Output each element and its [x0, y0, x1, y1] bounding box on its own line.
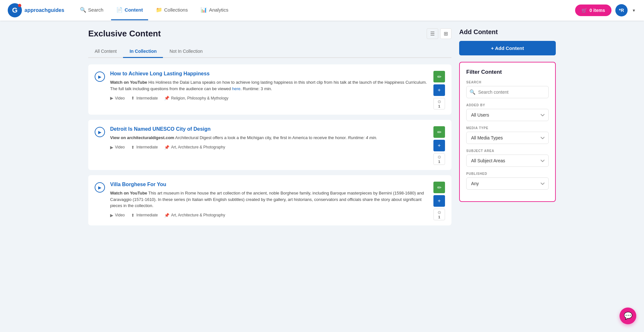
count-label: 1 — [438, 104, 440, 108]
meta-level: ⬆ Intermediate — [131, 96, 158, 100]
add-button[interactable]: + — [433, 140, 445, 151]
tab-not-in-collection[interactable]: Not In Collection — [163, 45, 209, 58]
meta-video: ▶ Video — [110, 96, 125, 100]
card-link[interactable]: here — [232, 86, 241, 91]
added-by-label: ADDED BY — [466, 103, 549, 107]
media-type-select[interactable]: All Media Types Video Article Audio — [466, 132, 549, 144]
subject-icon: 📌 — [164, 145, 169, 150]
brand-name: approachguides — [24, 7, 64, 13]
added-by-select[interactable]: All Users Just Me — [466, 109, 549, 121]
meta-video: ▶ Video — [110, 213, 125, 218]
count-label: 1 — [438, 160, 440, 164]
search-filter-label: SEARCH — [466, 81, 549, 84]
card-description: View on architecturaldigest.com Architec… — [110, 135, 428, 141]
view-toggles: ☰ ⊞ — [427, 28, 451, 39]
card-description: Watch on YouTube This art museum in Rome… — [110, 190, 428, 209]
card-actions: ✏ + ⊙ 1 — [433, 126, 445, 165]
search-input[interactable] — [466, 86, 549, 98]
tabs: All Content In Collection Not In Collect… — [88, 45, 451, 58]
content-card: ▶ Detroit Is Named UNESCO City of Design… — [88, 120, 451, 170]
count-label: 1 — [438, 215, 440, 219]
search-icon: 🔍 — [469, 89, 476, 95]
navbar: G approachguides 🔍 Search 📄 Content 📁 Co… — [0, 0, 644, 21]
nav-content[interactable]: 📄 Content — [111, 0, 148, 20]
content-area: Exclusive Content ☰ ⊞ All Content In Col… — [88, 28, 451, 231]
add-content-section-title: Add Content — [459, 28, 556, 36]
level-icon: ⬆ — [131, 96, 135, 100]
analytics-icon: 📊 — [201, 7, 207, 13]
edit-button[interactable]: ✏ — [433, 126, 445, 138]
list-view-button[interactable]: ☰ — [427, 28, 438, 39]
cart-icon: 🛒 — [582, 8, 587, 13]
collection-icon: ⊙ — [438, 155, 441, 159]
add-content-button[interactable]: + Add Content — [459, 41, 556, 55]
card-title[interactable]: How to Achieve Long Lasting Happiness — [110, 71, 428, 77]
card-meta: ▶ Video ⬆ Intermediate 📌 Art, Architectu… — [110, 145, 428, 150]
video-icon: ▶ — [110, 96, 113, 100]
cart-button[interactable]: 🛒 0 items — [575, 5, 611, 16]
subject-area-select[interactable]: All Subject Areas Art Science History — [466, 155, 549, 167]
meta-subject: 📌 Religion, Philosophy & Mythology — [164, 96, 228, 100]
video-icon: ▶ — [110, 145, 113, 150]
subject-icon: 📌 — [164, 213, 169, 218]
edit-button[interactable]: ✏ — [433, 71, 445, 82]
collection-count-button[interactable]: ⊙ 1 — [433, 153, 445, 165]
card-title[interactable]: Detroit Is Named UNESCO City of Design — [110, 126, 428, 132]
subject-area-select-wrap: All Subject Areas Art Science History — [466, 155, 549, 167]
media-type-select-wrap: All Media Types Video Article Audio — [466, 132, 549, 144]
add-button[interactable]: + — [433, 195, 445, 207]
grid-view-button[interactable]: ⊞ — [440, 28, 451, 39]
filter-title: Filter Content — [466, 69, 549, 75]
meta-level: ⬆ Intermediate — [131, 145, 158, 150]
edit-button[interactable]: ✏ — [433, 182, 445, 193]
collection-count-button[interactable]: ⊙ 1 — [433, 98, 445, 109]
card-actions: ✏ + ⊙ 1 — [433, 182, 445, 220]
level-icon: ⬆ — [131, 213, 135, 218]
meta-subject: 📌 Art, Architecture & Photography — [164, 145, 225, 150]
search-input-wrap: 🔍 — [466, 86, 549, 98]
main-layout: Exclusive Content ☰ ⊞ All Content In Col… — [80, 21, 564, 238]
search-icon: 🔍 — [80, 7, 86, 13]
collection-icon: ⊙ — [438, 210, 441, 215]
tab-all-content[interactable]: All Content — [88, 45, 123, 58]
collection-icon: ⊙ — [438, 99, 441, 104]
published-select[interactable]: Any Published Unpublished — [466, 177, 549, 190]
account-dropdown-button[interactable]: ▾ — [631, 6, 636, 14]
play-icon: ▶ — [95, 182, 105, 193]
content-card: ▶ Villa Borghese For You Watch on YouTub… — [88, 175, 451, 225]
play-icon: ▶ — [95, 71, 105, 82]
published-select-wrap: Any Published Unpublished — [466, 177, 549, 190]
subject-area-label: SUBJECT AREA — [466, 149, 549, 153]
media-type-label: MEDIA TYPE — [466, 126, 549, 130]
add-button[interactable]: + — [433, 84, 445, 96]
card-meta: ▶ Video ⬆ Intermediate 📌 Religion, Philo… — [110, 96, 428, 100]
subject-icon: 📌 — [164, 96, 169, 100]
logo-icon: G — [8, 3, 22, 17]
avatar-button[interactable]: *R — [615, 4, 628, 16]
nav-analytics[interactable]: 📊 Analytics — [195, 0, 233, 20]
collections-icon: 📁 — [156, 7, 162, 13]
meta-subject: 📌 Art, Architecture & Photography — [164, 213, 225, 218]
collection-count-button[interactable]: ⊙ 1 — [433, 209, 445, 220]
tab-in-collection[interactable]: In Collection — [123, 45, 163, 58]
card-title[interactable]: Villa Borghese For You — [110, 182, 428, 187]
card-description: Watch on YouTube His Holiness the Dalai … — [110, 79, 428, 92]
card-actions: ✏ + ⊙ 1 — [433, 71, 445, 109]
logo: G approachguides — [8, 3, 64, 17]
meta-video: ▶ Video — [110, 145, 125, 150]
page-title-row: Exclusive Content ☰ ⊞ — [88, 28, 451, 39]
card-body: Detroit Is Named UNESCO City of Design V… — [110, 126, 428, 150]
card-body: Villa Borghese For You Watch on YouTube … — [110, 182, 428, 218]
nav-collections[interactable]: 📁 Collections — [151, 0, 193, 20]
page-title: Exclusive Content — [88, 29, 161, 39]
nav-right: 🛒 0 items *R ▾ — [575, 4, 636, 16]
nav-search[interactable]: 🔍 Search — [75, 0, 109, 20]
added-by-select-wrap: All Users Just Me — [466, 109, 549, 121]
logo-dot — [18, 4, 21, 7]
play-icon: ▶ — [95, 127, 105, 137]
content-icon: 📄 — [116, 7, 123, 13]
published-label: PUBLISHED — [466, 172, 549, 175]
meta-level: ⬆ Intermediate — [131, 213, 158, 218]
nav-links: 🔍 Search 📄 Content 📁 Collections 📊 Analy… — [75, 0, 575, 20]
card-body: How to Achieve Long Lasting Happiness Wa… — [110, 71, 428, 100]
